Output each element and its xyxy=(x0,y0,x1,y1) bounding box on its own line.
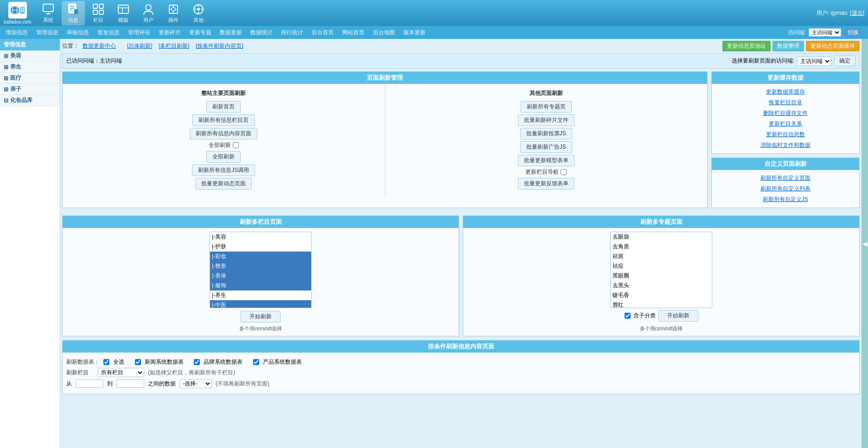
nav-manage-info[interactable]: 管理信息 xyxy=(32,28,62,38)
update-dynamic-btn[interactable]: 更新动态页面缓存 xyxy=(806,41,860,51)
product-table-checkbox[interactable] xyxy=(253,359,259,365)
refresh-js-btn[interactable]: 全部刷新 xyxy=(206,151,241,163)
nav-backend-map[interactable]: 后台地图 xyxy=(369,28,399,38)
update-column-relation-link[interactable]: 更新栏目关系 xyxy=(715,119,856,129)
all-refresh-checkbox[interactable] xyxy=(233,142,239,148)
visitor-select[interactable]: 主访问端 xyxy=(809,28,841,37)
svg-rect-5 xyxy=(43,4,53,12)
nav-item-template[interactable]: 模版 xyxy=(112,1,135,25)
refresh-sections: 刷新多栏目页面 |-美容 |-护肤 |-彩妆 |-整形 |-美体 |-服饰 |-… xyxy=(62,215,860,336)
health-label: 养生 xyxy=(10,63,21,71)
svg-rect-18 xyxy=(118,5,128,13)
nav-update-topic[interactable]: 更新专题 xyxy=(185,28,215,38)
news-table-checkbox[interactable] xyxy=(135,359,141,365)
svg-rect-16 xyxy=(93,10,97,14)
column-select[interactable]: 所有栏目 xyxy=(98,368,144,377)
nav-item-other[interactable]: 其他 xyxy=(187,1,210,25)
multi-topic-select[interactable]: 去眼袋 去角质 祛斑 祛痘 黑眼圈 去黑头 睫毛香 唇红 卸妆 清面 磨妆 xyxy=(610,232,712,308)
logo-icon: 豆 xyxy=(8,2,27,19)
brand-table-checkbox[interactable] xyxy=(194,359,200,365)
to-input[interactable] xyxy=(116,379,144,388)
sidebar-group-beauty-label[interactable]: ⊞ 美容 xyxy=(0,50,60,61)
sidebar-group-cosmetics-label[interactable]: ⊟ 化妆品库 xyxy=(0,95,60,106)
refresh-topics-btn[interactable]: 刷新所有专题页 xyxy=(521,101,572,113)
collapse-sidebar-btn[interactable]: ◀ xyxy=(862,39,868,448)
count-select[interactable]: -选择- xyxy=(179,379,212,388)
refresh-content-pages-btn[interactable]: 刷新所有信息内容页面 xyxy=(190,128,257,139)
data-manage-btn[interactable]: 数据整理 xyxy=(772,41,804,51)
confirm-visitor-btn[interactable]: 确定 xyxy=(834,56,855,66)
custom-page-header: 自定义页面刷新 xyxy=(712,158,859,170)
multi-topic-hint: 多个用ctrl/shift选择 xyxy=(640,325,683,332)
right-col-title: 其他页面刷新 xyxy=(389,88,704,99)
nav-comments[interactable]: 管理评论 xyxy=(124,28,154,38)
left-col: 整站主要页面刷新 刷新首页 刷新所有信息栏目页 刷新所有信息内容页面 全部刷新 xyxy=(63,84,385,195)
refresh-col-pages-btn[interactable]: 刷新所有信息栏目页 xyxy=(192,114,255,126)
multi-topic-start-btn[interactable]: 开始刷新 xyxy=(658,310,698,322)
sidebar-group-cosmetics: ⊟ 化妆品库 xyxy=(0,95,60,106)
total-refresh-link[interactable]: [总体刷新] xyxy=(127,43,153,49)
from-input[interactable] xyxy=(76,379,103,388)
multi-column-start-btn[interactable]: 开始刷新 xyxy=(241,311,281,322)
sidebar-group-medical-label[interactable]: ⊞ 医疗 xyxy=(0,73,60,83)
batch-feedback-btn[interactable]: 批量更新反馈表单 xyxy=(518,178,574,189)
switch-button[interactable]: 切换 xyxy=(844,28,862,38)
top-nav: 豆 kaifadou.com 系统 信息 栏目 模版 用户 xyxy=(0,0,868,26)
update-nav-checkbox[interactable] xyxy=(561,169,567,175)
nav-item-column[interactable]: 栏目 xyxy=(87,1,110,25)
all-select-checkbox[interactable] xyxy=(103,359,109,365)
update-dynamic-pages-btn[interactable]: 刷新所有信息JS调用 xyxy=(192,164,255,176)
batch-snippets-btn[interactable]: 批量刷新碎片文件 xyxy=(518,114,574,126)
update-model-form-btn[interactable]: 批量更新模型表单 xyxy=(518,155,574,166)
refresh-custom-list-link[interactable]: 刷新所有自定义列表 xyxy=(715,183,856,194)
location-link[interactable]: 数据更新中心 xyxy=(83,42,116,50)
nav-data-update[interactable]: 数据更新 xyxy=(216,28,246,38)
nav-publish-info[interactable]: 签发信息 xyxy=(94,28,123,38)
plugin-icon xyxy=(167,3,180,16)
restore-column-dir-link[interactable]: 恢复栏目目录 xyxy=(715,97,856,108)
update-nav-label: 更新栏目导航 xyxy=(525,168,559,176)
logo-text: kaifadou.com xyxy=(4,19,31,25)
sidebar-group-parenting-label[interactable]: ⊞ 亲子 xyxy=(0,84,60,95)
batch-ad-js-btn[interactable]: 批量刷新广告JS xyxy=(520,141,572,153)
nav-label-user: 用户 xyxy=(143,17,153,24)
location-links: [总体刷新] [多栏目刷新] [按条件刷新内容页] xyxy=(127,42,243,50)
nav-item-plugin[interactable]: 插件 xyxy=(162,1,185,25)
btn-row-refresh-home: 刷新首页 xyxy=(66,101,381,113)
update-info-page-btn[interactable]: 更新信息页地址 xyxy=(722,41,771,51)
condition-refresh-link[interactable]: [按条件刷新内容页] xyxy=(196,43,243,49)
nav-item-system[interactable]: 系统 xyxy=(37,1,60,25)
nav-backend-home[interactable]: 后台首页 xyxy=(308,28,338,38)
update-db-cache-link[interactable]: 更新数据库缓存 xyxy=(715,87,856,97)
update-column-count-link[interactable]: 更新栏目信息数 xyxy=(715,129,856,140)
clear-temp-link[interactable]: 清除临时文件和数据 xyxy=(715,140,856,151)
logout-link[interactable]: [退出] xyxy=(850,9,864,17)
refresh-custom-pages-link[interactable]: 刷新所有自定义页面 xyxy=(715,173,856,183)
nav-item-info[interactable]: 信息 xyxy=(62,1,85,25)
include-sub-checkbox[interactable] xyxy=(625,313,631,319)
nav-version-update[interactable]: 版本更新 xyxy=(400,28,429,38)
nav-rank-stats[interactable]: 排行统计 xyxy=(277,28,307,38)
multi-column-select[interactable]: |-美容 |-护肤 |-彩妆 |-整形 |-美体 |-服饰 |-养生 |-中医 … xyxy=(210,232,312,308)
refresh-home-btn[interactable]: 刷新首页 xyxy=(206,101,241,113)
svg-point-23 xyxy=(172,7,175,11)
nav-update-snippet[interactable]: 更新碎片 xyxy=(155,28,185,38)
multi-column-link[interactable]: [多栏目刷新] xyxy=(159,43,190,49)
count-label: 之间的数据 xyxy=(148,380,176,388)
refresh-category-btn[interactable]: 批量更新动态页面 xyxy=(195,178,252,189)
nav-site-home[interactable]: 网站首页 xyxy=(338,28,368,38)
refresh-visitor-select[interactable]: 主访问端 xyxy=(797,57,831,66)
refresh-custom-js-link[interactable]: 刷新所有自定义JS xyxy=(715,194,856,205)
nav-audit-info[interactable]: 审核信息 xyxy=(63,28,93,38)
batch-vote-js-btn[interactable]: 批量刷新投票JS xyxy=(520,128,572,139)
nav-label-system: 系统 xyxy=(43,17,53,24)
refresh-column-label: 刷新栏目 xyxy=(66,369,94,377)
delete-column-cache-link[interactable]: 删除栏目缓存文件 xyxy=(715,108,856,119)
custom-page-panel: 自定义页面刷新 刷新所有自定义页面 刷新所有自定义列表 刷新所有自定义JS xyxy=(711,158,860,208)
sidebar-group-health-label[interactable]: ⊞ 养生 xyxy=(0,62,60,72)
sidebar-group-parenting: ⊞ 亲子 xyxy=(0,84,60,95)
nav-data-stats[interactable]: 数据统计 xyxy=(247,28,276,38)
nav-item-user[interactable]: 用户 xyxy=(137,1,160,25)
btn-row-batch-ad-js: 批量刷新广告JS xyxy=(389,141,704,153)
nav-add-info[interactable]: 增加信息 xyxy=(2,28,32,38)
